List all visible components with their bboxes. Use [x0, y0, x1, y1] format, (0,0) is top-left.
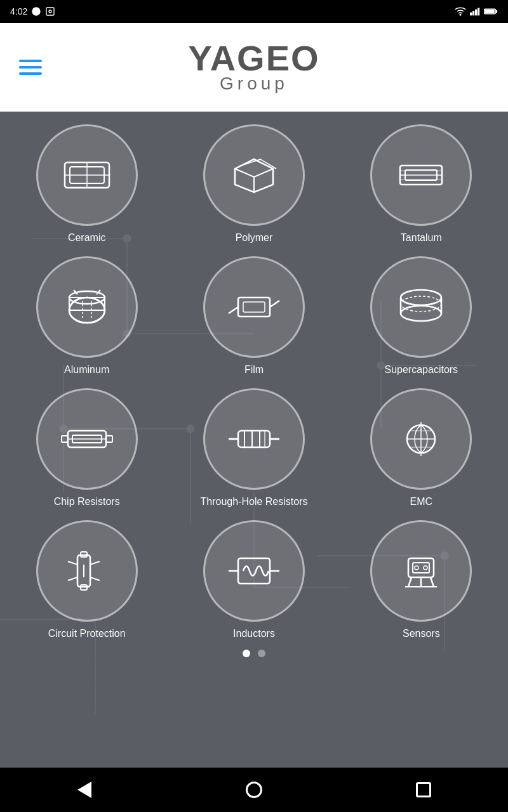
chip-resistors-icon [58, 410, 116, 468]
ceramic-icon [58, 147, 116, 204]
logo-group: Group [220, 74, 288, 94]
grid-item-aluminum[interactable]: Aluminum [13, 256, 161, 376]
emc-icon [392, 410, 450, 468]
bottom-nav [0, 768, 508, 812]
circuit-protection-icon-circle[interactable] [36, 520, 138, 622]
main-content: Ceramic Polymer [0, 112, 508, 768]
inductors-icon [225, 542, 283, 599]
home-button[interactable] [238, 774, 270, 806]
svg-line-76 [68, 577, 77, 580]
svg-line-85 [408, 577, 411, 587]
film-label: Film [244, 364, 264, 376]
supercapacitors-label: Supercapacitors [385, 364, 458, 376]
time-display: 4:02 [10, 6, 27, 16]
header: YAGEO Group [0, 23, 508, 112]
supercapacitors-icon [392, 278, 450, 336]
grid-item-chip-resistors[interactable]: Chip Resistors [13, 388, 161, 508]
polymer-icon [225, 147, 283, 204]
grid-item-film[interactable]: Film [180, 256, 328, 376]
svg-point-49 [401, 306, 441, 321]
page-dots [243, 650, 265, 657]
sensors-label: Sensors [403, 628, 440, 639]
tantalum-label: Tantalum [401, 232, 442, 244]
svg-line-77 [90, 561, 100, 565]
svg-line-78 [90, 577, 100, 580]
film-icon-circle[interactable] [203, 256, 305, 358]
status-right [455, 7, 498, 16]
svg-point-90 [424, 566, 427, 570]
sensors-icon [392, 542, 450, 599]
through-hole-resistors-icon [225, 410, 283, 468]
inductors-icon-circle[interactable] [203, 520, 305, 622]
signal-icon [470, 7, 480, 16]
polymer-icon-circle[interactable] [203, 124, 305, 226]
grid-item-supercapacitors[interactable]: Supercapacitors [347, 256, 495, 376]
status-left: 4:02 [10, 6, 55, 16]
svg-line-75 [68, 561, 77, 565]
svg-rect-6 [475, 10, 477, 16]
svg-rect-9 [485, 10, 495, 13]
svg-rect-7 [478, 8, 479, 15]
recents-button[interactable] [408, 774, 439, 806]
through-hole-resistors-icon-circle[interactable] [203, 388, 305, 490]
grid-item-polymer[interactable]: Polymer [180, 124, 328, 244]
android-icon [31, 6, 41, 16]
svg-rect-5 [472, 11, 474, 15]
wifi-icon [455, 7, 466, 16]
sensors-icon-circle[interactable] [370, 520, 472, 622]
tantalum-icon [392, 147, 450, 204]
grid-item-tantalum[interactable]: Tantalum [347, 124, 495, 244]
tantalum-icon-circle[interactable] [370, 124, 472, 226]
screenshot-icon [45, 6, 55, 16]
back-triangle-icon [77, 782, 91, 798]
svg-rect-80 [238, 558, 270, 584]
page-dot-2[interactable] [258, 650, 265, 657]
through-hole-resistors-label: Through-Hole Resistors [201, 496, 308, 508]
svg-rect-1 [46, 8, 54, 15]
grid-item-circuit-protection[interactable]: Circuit Protection [13, 520, 161, 639]
svg-point-89 [415, 566, 418, 570]
grid-item-ceramic[interactable]: Ceramic [13, 124, 161, 244]
aluminum-label: Aluminum [64, 364, 109, 376]
chip-resistors-label: Chip Resistors [54, 496, 120, 508]
chip-resistors-icon-circle[interactable] [36, 388, 138, 490]
circuit-protection-icon [58, 542, 116, 599]
product-grid: Ceramic Polymer [13, 124, 495, 639]
emc-icon-circle[interactable] [370, 388, 472, 490]
page-dot-1[interactable] [243, 650, 250, 657]
svg-rect-58 [62, 436, 68, 442]
svg-point-0 [32, 7, 41, 15]
svg-point-2 [49, 10, 51, 13]
svg-rect-10 [496, 10, 498, 13]
svg-rect-4 [470, 13, 472, 16]
svg-line-47 [270, 301, 279, 307]
supercapacitors-icon-circle[interactable] [370, 256, 472, 358]
svg-point-53 [401, 290, 441, 305]
polymer-label: Polymer [236, 232, 273, 244]
logo-yageo: YAGEO [188, 41, 319, 76]
battery-icon [484, 8, 498, 15]
svg-line-87 [431, 577, 434, 587]
svg-line-46 [229, 307, 238, 313]
status-bar: 4:02 [0, 0, 508, 23]
ceramic-label: Ceramic [68, 232, 106, 244]
logo-container: YAGEO Group [188, 41, 319, 94]
grid-item-sensors[interactable]: Sensors [347, 520, 495, 639]
circuit-protection-label: Circuit Protection [48, 628, 126, 639]
ceramic-icon-circle[interactable] [36, 124, 138, 226]
svg-rect-48 [243, 302, 265, 312]
grid-item-emc[interactable]: EMC [347, 388, 495, 508]
grid-item-inductors[interactable]: Inductors [180, 520, 328, 639]
recents-square-icon [416, 782, 431, 797]
emc-label: EMC [410, 496, 433, 508]
grid-item-through-hole-resistors[interactable]: Through-Hole Resistors [180, 388, 328, 508]
home-circle-icon [246, 782, 262, 798]
svg-rect-84 [413, 563, 429, 573]
aluminum-icon [58, 278, 116, 336]
aluminum-icon-circle[interactable] [36, 256, 138, 358]
back-button[interactable] [69, 774, 100, 806]
svg-point-54 [401, 296, 441, 311]
film-icon [225, 278, 283, 336]
hamburger-menu[interactable] [19, 60, 42, 75]
svg-rect-59 [106, 436, 112, 442]
